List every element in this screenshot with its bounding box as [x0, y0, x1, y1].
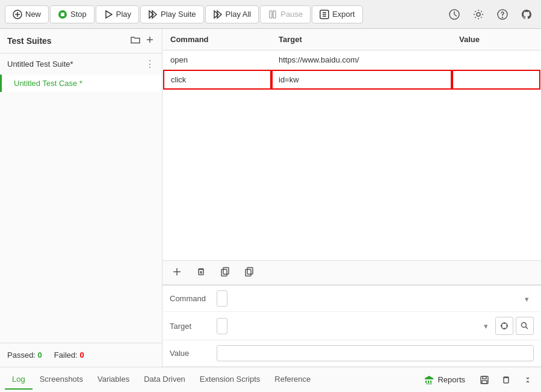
main-content: Test Suites Untitled Test Suite* ⋮ [0, 29, 541, 367]
pause-label: Pause [280, 10, 303, 19]
play-suite-label: Play Suite [161, 10, 196, 19]
folder-icon[interactable] [131, 35, 140, 47]
command-editor-label: Command [170, 294, 212, 303]
command-table: Command Target Value openhttps://www.bai… [162, 29, 541, 90]
bottom-tabs: LogScreenshotsVariablesData DrivenExtens… [0, 367, 541, 392]
delete-icon-button[interactable] [498, 372, 515, 388]
play-all-button[interactable]: Play All [205, 5, 259, 23]
svg-rect-29 [223, 268, 229, 274]
play-label: Play [116, 10, 131, 19]
github-icon-button[interactable] [517, 5, 536, 24]
command-table-area: Command Target Value openhttps://www.bai… [162, 29, 541, 260]
command-table-toolbar [162, 260, 541, 285]
svg-rect-11 [273, 11, 276, 18]
export-button[interactable]: Export [312, 5, 363, 23]
command-editor-row: Command [162, 286, 541, 312]
svg-point-19 [477, 13, 480, 16]
settings-icon-button[interactable] [469, 5, 488, 24]
reports-button[interactable]: Reports [418, 372, 471, 388]
sidebar-title: Test Suites [7, 36, 52, 46]
passed-label: Passed: 0 [7, 351, 42, 360]
reports-label: Reports [437, 375, 465, 384]
sidebar-header: Test Suites [0, 29, 162, 54]
copy-command-button[interactable] [218, 266, 232, 280]
value-editor-label: Value [170, 349, 212, 358]
table-row[interactable]: click id=kw [163, 70, 540, 90]
svg-rect-41 [483, 376, 486, 379]
tab-screenshots[interactable]: Screenshots [32, 370, 90, 390]
tab-log[interactable]: Log [5, 370, 32, 390]
play-all-label: Play All [226, 10, 252, 19]
svg-line-18 [454, 14, 457, 16]
bottom-tab-right: Reports [418, 372, 536, 388]
test-case-name: Untitled Test Case * [14, 79, 82, 88]
tabs-container: LogScreenshotsVariablesData DrivenExtens… [5, 370, 318, 390]
svg-rect-4 [61, 13, 64, 16]
command-select[interactable] [217, 290, 227, 307]
target-select-wrapper [217, 318, 493, 334]
value-input[interactable] [217, 345, 534, 361]
suite-menu-icon[interactable]: ⋮ [145, 58, 155, 70]
failed-label: Failed: 0 [54, 351, 84, 360]
svg-rect-30 [221, 269, 227, 276]
suite-item[interactable]: Untitled Test Suite* ⋮ [0, 54, 162, 75]
target-select[interactable] [217, 318, 227, 334]
target-search-button[interactable] [516, 317, 534, 335]
command-header: Command [163, 29, 271, 51]
play-button[interactable]: Play [96, 5, 139, 23]
svg-point-38 [522, 323, 527, 328]
svg-rect-26 [199, 269, 203, 275]
expand-icon-button[interactable] [519, 372, 536, 388]
toolbar-right [445, 5, 536, 24]
value-header: Value [452, 29, 540, 51]
add-command-button[interactable] [170, 266, 184, 280]
tab-data-driven[interactable]: Data Driven [137, 370, 193, 390]
tab-extension-scripts[interactable]: Extension Scripts [193, 370, 267, 390]
right-panel: Command Target Value openhttps://www.bai… [162, 29, 541, 367]
svg-rect-32 [247, 268, 253, 274]
pause-button[interactable]: Pause [260, 5, 311, 23]
svg-marker-5 [106, 11, 112, 18]
tab-variables[interactable]: Variables [90, 370, 137, 390]
command-select-wrapper [217, 290, 534, 307]
new-label: New [25, 10, 41, 19]
target-editor-row: Target [162, 312, 541, 340]
table-row[interactable]: openhttps://www.baidu.com/ [163, 51, 540, 70]
svg-point-21 [502, 17, 503, 17]
value-editor-row: Value [162, 340, 541, 367]
sidebar: Test Suites Untitled Test Suite* ⋮ [0, 29, 162, 367]
export-label: Export [332, 10, 355, 19]
play-suite-button[interactable]: Play Suite [140, 5, 204, 23]
passed-count: 0 [38, 351, 42, 360]
suite-name: Untitled Test Suite* [7, 60, 145, 69]
target-select-element-button[interactable] [495, 317, 513, 335]
tab-reference[interactable]: Reference [267, 370, 318, 390]
target-header: Target [271, 29, 452, 51]
svg-rect-43 [504, 378, 509, 383]
target-editor-label: Target [170, 322, 212, 331]
stop-button[interactable]: Stop [50, 5, 94, 23]
target-wrapper [217, 317, 534, 335]
paste-command-button[interactable] [242, 266, 256, 280]
clock-icon-button[interactable] [445, 5, 464, 24]
svg-rect-10 [270, 11, 272, 18]
svg-line-39 [526, 327, 528, 329]
help-icon-button[interactable] [493, 5, 512, 24]
failed-count: 0 [80, 351, 84, 360]
stop-label: Stop [70, 10, 87, 19]
delete-command-button[interactable] [194, 266, 208, 280]
save-icon-button[interactable] [476, 372, 493, 388]
add-suite-icon[interactable] [145, 35, 155, 47]
sidebar-header-icons [131, 35, 155, 47]
test-case-item[interactable]: Untitled Test Case * [0, 75, 162, 92]
svg-rect-42 [482, 381, 487, 384]
svg-rect-31 [246, 269, 251, 276]
command-editor: Command Target [162, 285, 541, 367]
main-toolbar: New Stop Play Play Suite Play All [0, 0, 541, 29]
new-button[interactable]: New [5, 5, 49, 23]
sidebar-footer: Passed: 0 Failed: 0 [0, 343, 162, 367]
